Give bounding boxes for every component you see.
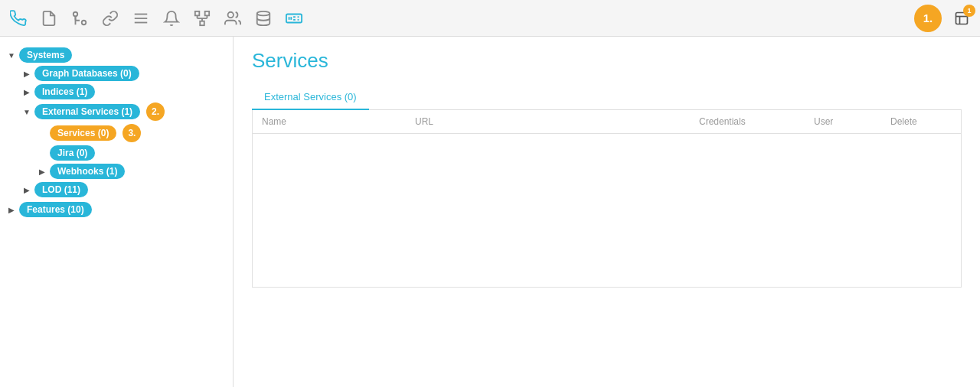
list-icon[interactable]	[130, 8, 152, 29]
webhooks-item[interactable]: ▶ Webhooks (1)	[34, 162, 229, 180]
user-manage-icon[interactable]	[222, 8, 243, 29]
webhooks-arrow: ▶	[38, 167, 47, 176]
link-icon[interactable]	[100, 8, 121, 29]
svg-point-0	[82, 20, 87, 24]
systems-children: ▶ Graph Databases (0) ▶ Indices (1) ▼ Ex…	[4, 64, 229, 199]
services-item[interactable]: Services (0) 3.	[34, 122, 229, 144]
svg-point-14	[257, 11, 270, 15]
features-item[interactable]: ▶ Features (10)	[4, 200, 229, 219]
svg-rect-7	[205, 11, 210, 15]
services-label[interactable]: Services (0)	[50, 125, 116, 141]
step1-badge[interactable]: 1.	[914, 5, 942, 32]
lod-label[interactable]: LOD (11)	[34, 182, 88, 197]
services-table: Name URL Credentials User Delete	[252, 110, 962, 288]
table-header: Name URL Credentials User Delete	[253, 110, 961, 134]
code-branch-icon[interactable]	[69, 8, 90, 29]
jira-item[interactable]: Jira (0)	[34, 144, 229, 162]
document-icon[interactable]	[38, 8, 60, 29]
external-services-label[interactable]: External Services (1)	[34, 104, 140, 119]
col-name: Name	[262, 116, 415, 127]
jira-arrow	[38, 149, 47, 158]
svg-point-1	[74, 11, 78, 16]
systems-item[interactable]: ▼ Systems	[4, 46, 229, 64]
systems-arrow: ▼	[7, 51, 16, 60]
lod-arrow: ▶	[22, 186, 31, 194]
table-body	[253, 134, 961, 287]
services-arrow	[38, 129, 47, 138]
main-content: Services External Services (0) Name URL …	[234, 37, 980, 387]
svg-point-13	[228, 11, 234, 17]
col-credentials: Credentials	[699, 116, 814, 127]
services-active-icon[interactable]	[283, 8, 305, 29]
app-layout: ▼ Systems ▶ Graph Databases (0) ▶ Indice…	[0, 37, 980, 387]
sidebar: ▼ Systems ▶ Graph Databases (0) ▶ Indice…	[0, 37, 234, 387]
phone-icon[interactable]	[8, 8, 29, 29]
webhooks-label[interactable]: Webhooks (1)	[50, 164, 125, 179]
indices-label[interactable]: Indices (1)	[34, 84, 95, 99]
jira-label[interactable]: Jira (0)	[50, 145, 95, 161]
graph-databases-label[interactable]: Graph Databases (0)	[34, 66, 139, 81]
svg-rect-8	[200, 21, 204, 24]
external-services-children: Services (0) 3. Jira (0) ▶ Webhooks (1)	[19, 122, 229, 180]
bell-icon[interactable]	[161, 8, 182, 29]
notif-count: 1	[963, 5, 975, 17]
lod-item[interactable]: ▶ LOD (11)	[19, 180, 229, 199]
tree-systems: ▼ Systems ▶ Graph Databases (0) ▶ Indice…	[4, 44, 229, 200]
tabs-bar: External Services (0)	[252, 85, 962, 110]
col-delete: Delete	[890, 116, 952, 127]
step3-badge: 3.	[122, 124, 141, 142]
features-arrow: ▶	[7, 206, 16, 214]
indices-arrow: ▶	[22, 88, 31, 96]
col-url: URL	[415, 116, 699, 127]
svg-rect-6	[195, 11, 200, 15]
features-label[interactable]: Features (10)	[19, 202, 92, 217]
col-user: User	[814, 116, 890, 127]
graph-databases-item[interactable]: ▶ Graph Databases (0)	[19, 64, 229, 83]
graph-arrow: ▶	[22, 70, 31, 78]
step2-badge: 2.	[146, 102, 165, 121]
database-icon[interactable]	[253, 8, 274, 29]
toolbar: 1. 1	[0, 0, 980, 37]
page-title: Services	[252, 49, 962, 73]
external-services-item[interactable]: ▼ External Services (1) 2.	[19, 101, 229, 122]
indices-item[interactable]: ▶ Indices (1)	[19, 83, 229, 101]
tab-external-services[interactable]: External Services (0)	[252, 85, 369, 110]
notification-icon[interactable]: 1	[951, 8, 972, 29]
ext-services-arrow: ▼	[22, 108, 31, 116]
systems-label[interactable]: Systems	[19, 47, 72, 63]
network-icon[interactable]	[191, 8, 213, 29]
